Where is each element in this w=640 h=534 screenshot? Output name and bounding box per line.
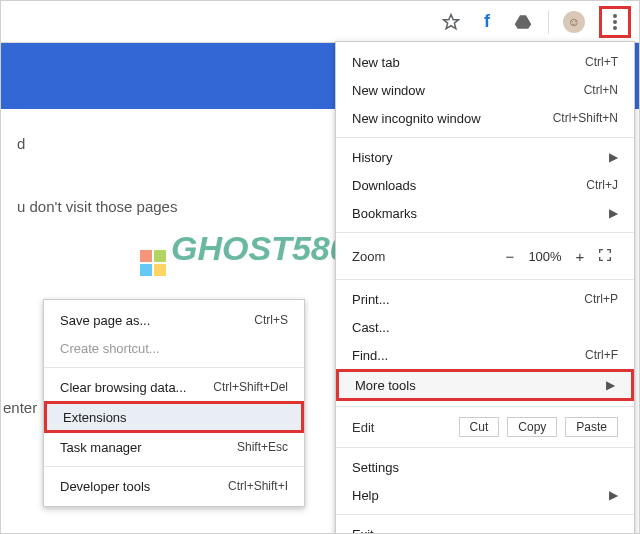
chrome-menu-button[interactable]	[604, 11, 626, 33]
menu-separator	[336, 514, 634, 515]
svg-marker-1	[515, 15, 532, 29]
svg-marker-0	[444, 14, 459, 28]
submenu-save-page[interactable]: Save page as...Ctrl+S	[44, 306, 304, 334]
menu-button-highlight	[599, 6, 631, 38]
chevron-right-icon: ▶	[606, 378, 615, 392]
fullscreen-icon[interactable]	[592, 247, 618, 266]
paste-button[interactable]: Paste	[565, 417, 618, 437]
submenu-developer-tools[interactable]: Developer toolsCtrl+Shift+I	[44, 472, 304, 500]
menu-separator	[336, 232, 634, 233]
menu-more-tools[interactable]: More tools▶	[336, 369, 634, 401]
facebook-extension-icon[interactable]: f	[476, 11, 498, 33]
menu-new-tab[interactable]: New tabCtrl+T	[336, 48, 634, 76]
menu-downloads[interactable]: DownloadsCtrl+J	[336, 171, 634, 199]
chevron-right-icon: ▶	[609, 206, 618, 220]
more-tools-submenu: Save page as...Ctrl+S Create shortcut...…	[43, 299, 305, 507]
copy-button[interactable]: Copy	[507, 417, 557, 437]
chevron-right-icon: ▶	[609, 150, 618, 164]
page-text-fragment: enter	[3, 399, 37, 416]
menu-new-window[interactable]: New windowCtrl+N	[336, 76, 634, 104]
menu-cast[interactable]: Cast...	[336, 313, 634, 341]
menu-find[interactable]: Find...Ctrl+F	[336, 341, 634, 369]
bookmark-star-icon[interactable]	[440, 11, 462, 33]
toolbar-separator	[548, 10, 549, 34]
profile-avatar[interactable]: ☺	[563, 11, 585, 33]
menu-separator	[336, 447, 634, 448]
menu-zoom-row: Zoom − 100% +	[336, 238, 634, 274]
menu-separator	[44, 367, 304, 368]
chevron-right-icon: ▶	[609, 488, 618, 502]
drive-extension-icon[interactable]	[512, 11, 534, 33]
menu-new-incognito[interactable]: New incognito windowCtrl+Shift+N	[336, 104, 634, 132]
submenu-create-shortcut: Create shortcut...	[44, 334, 304, 362]
zoom-in-button[interactable]: +	[568, 248, 592, 265]
menu-separator	[336, 137, 634, 138]
menu-separator	[336, 406, 634, 407]
submenu-extensions[interactable]: Extensions	[44, 401, 304, 433]
zoom-out-button[interactable]: −	[498, 248, 522, 265]
submenu-clear-data[interactable]: Clear browsing data...Ctrl+Shift+Del	[44, 373, 304, 401]
menu-bookmarks[interactable]: Bookmarks▶	[336, 199, 634, 227]
menu-settings[interactable]: Settings	[336, 453, 634, 481]
menu-exit[interactable]: Exit	[336, 520, 634, 534]
menu-edit-row: Edit Cut Copy Paste	[336, 412, 634, 442]
browser-toolbar: f ☺	[1, 1, 639, 43]
cut-button[interactable]: Cut	[459, 417, 500, 437]
menu-history[interactable]: History▶	[336, 143, 634, 171]
menu-separator	[336, 279, 634, 280]
menu-print[interactable]: Print...Ctrl+P	[336, 285, 634, 313]
zoom-label: Zoom	[352, 249, 498, 264]
menu-help[interactable]: Help▶	[336, 481, 634, 509]
edit-label: Edit	[352, 420, 451, 435]
menu-separator	[44, 466, 304, 467]
submenu-task-manager[interactable]: Task managerShift+Esc	[44, 433, 304, 461]
zoom-percent: 100%	[522, 249, 568, 264]
chrome-main-menu: New tabCtrl+T New windowCtrl+N New incog…	[335, 41, 635, 534]
